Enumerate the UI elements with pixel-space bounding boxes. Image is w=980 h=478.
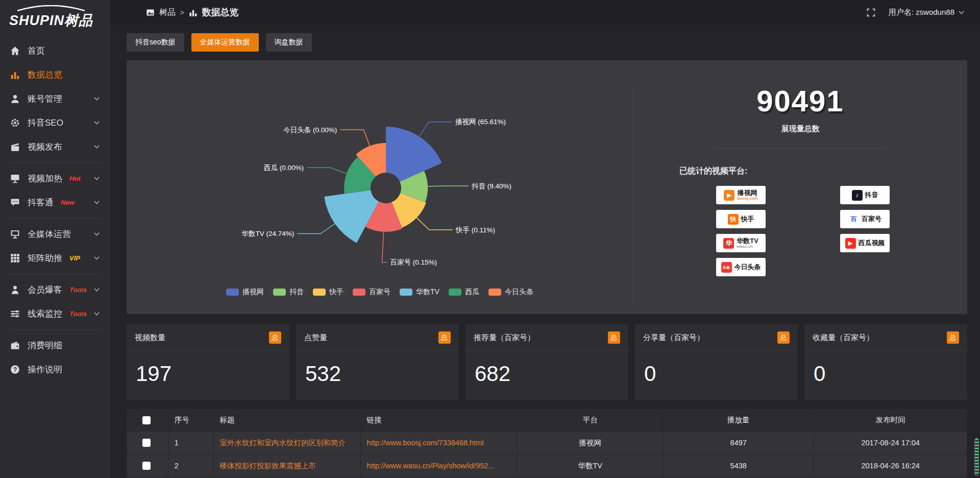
platform-logo-icon: ▶ <box>845 238 856 249</box>
legend-swatch <box>313 289 326 296</box>
sidebar-item-label: 视频发布 <box>28 141 62 153</box>
select-all-checkbox[interactable] <box>142 416 151 424</box>
platforms-title: 已统计的视频平台: <box>679 166 967 177</box>
platform-badge-texts: 西瓜视频 <box>859 240 885 247</box>
topbar-right: 用户名: zswodun88 <box>867 8 965 17</box>
stat-card-1: 点赞量总532 <box>296 324 459 400</box>
sidebar-item-video-publish[interactable]: 视频发布 <box>0 135 110 159</box>
platform-name: 西瓜视频 <box>859 240 885 247</box>
pie-slice-4[interactable] <box>324 190 379 243</box>
platform-column-0: ▶播视网boosj.com快快手华华数TVwasu.cn头条今日头条 <box>716 186 766 276</box>
total-badge: 总 <box>777 331 790 344</box>
sidebar-item-operation-guide[interactable]: ?操作说明 <box>0 357 110 381</box>
sidebar-item-home[interactable]: 首页 <box>0 39 110 63</box>
cell-url-link[interactable]: http://www.boosj.com/7338468.html <box>360 432 518 455</box>
chevron-down-icon <box>93 286 100 293</box>
main-content: 抖音seo数据全媒体运营数据询盘数据 播视网 (65.61%)抖音 (9.40%… <box>110 25 980 478</box>
table-row: 2楼体投影灯投影效果震撼上市http://www.wasu.cn/Play/sh… <box>127 455 967 477</box>
legend-item-1[interactable]: 抖音 <box>273 288 304 297</box>
cell-published: 2017-08-24 17:04 <box>814 432 967 455</box>
legend-item-5[interactable]: 西瓜 <box>449 288 479 297</box>
platform-name: 快手 <box>741 216 754 223</box>
row-checkbox[interactable] <box>142 439 151 447</box>
videos-table: 序号标题链接平台播放量发布时间 1室外水纹灯和室内水纹灯的区别和简介http:/… <box>127 409 967 478</box>
logo-arc <box>15 5 87 11</box>
sliders-icon <box>10 309 20 319</box>
legend-item-4[interactable]: 华数TV <box>400 288 439 297</box>
table-header: 序号标题链接平台播放量发布时间 <box>127 409 967 432</box>
sidebar-item-consumption-detail[interactable]: 消费明细 <box>0 333 110 357</box>
display-icon <box>10 174 20 183</box>
pie-label-line-6 <box>340 130 370 146</box>
tab-inquiry-data[interactable]: 询盘数据 <box>266 33 312 52</box>
platform-column-1: ♪抖音百百家号▶西瓜视频 <box>840 186 890 276</box>
sidebar-item-video-heating[interactable]: 视频加热Hot <box>0 166 110 190</box>
sidebar-item-member-burst[interactable]: 会员爆客Tools <box>0 278 110 302</box>
pie-slice-0[interactable] <box>386 127 442 182</box>
cell-title-link[interactable]: 室外水纹灯和室内水纹灯的区别和简介 <box>213 432 360 455</box>
stat-card-value: 0 <box>635 350 798 386</box>
breadcrumb-current[interactable]: 数据总览 <box>202 6 239 18</box>
platform-badge-texts: 抖音 <box>865 192 878 199</box>
sidebar-item-badge: New <box>61 199 75 206</box>
legend-label: 百家号 <box>369 288 390 297</box>
sidebar-item-doukaotong[interactable]: 抖客通New <box>0 190 110 214</box>
scrollbar-thumb[interactable] <box>974 438 979 476</box>
platform-name: 百家号 <box>862 216 881 223</box>
platform-logo-icon: 百 <box>848 214 859 225</box>
stat-card-4: 收藏量（百家号）总0 <box>804 324 967 400</box>
pie-label-4: 华数TV (24.74%) <box>241 230 294 237</box>
sidebar-item-matrix-boost[interactable]: 矩阵助推VIP <box>0 246 110 270</box>
stat-card-header: 视频数量总 <box>127 324 289 350</box>
platform-sub: wasu.cn <box>737 245 758 249</box>
sidebar-item-label: 消费明细 <box>28 340 62 351</box>
platform-badge-texts: 百家号 <box>862 216 881 223</box>
breadcrumb-separator: > <box>180 9 184 16</box>
cell-published: 2018-04-26 16:24 <box>814 455 967 477</box>
tab-omnimedia-operation-data[interactable]: 全媒体运营数据 <box>191 33 259 52</box>
legend-item-0[interactable]: 播视网 <box>226 288 264 297</box>
pie-label-line-2 <box>416 218 453 230</box>
sidebar-item-label: 会员爆客 <box>28 284 62 296</box>
column-header-2: 链接 <box>360 409 518 432</box>
grid-icon <box>10 253 20 263</box>
fullscreen-icon[interactable] <box>867 8 875 17</box>
sidebar-item-clue-monitor[interactable]: 线索监控Tools <box>0 302 110 326</box>
bar-chart-icon <box>189 8 198 17</box>
breadcrumb-root[interactable]: 树品 <box>159 7 176 18</box>
cell-title-link[interactable]: 楼体投影灯投影效果震撼上市 <box>213 455 360 477</box>
stat-card-value: 682 <box>465 350 628 386</box>
platform-logo-icon: 头条 <box>721 262 732 273</box>
app-logo-text: SHUPIN树品 <box>9 11 110 30</box>
sidebar-item-omni-media-operation[interactable]: 全媒体运营 <box>0 222 110 246</box>
column-header-4: 播放量 <box>663 409 814 432</box>
chevron-down-icon <box>93 119 100 126</box>
sidebar-item-data-overview[interactable]: 数据总览 <box>0 63 110 87</box>
stat-card-label: 点赞量 <box>304 333 327 343</box>
platform-badge-0-2: 华华数TVwasu.cn <box>716 234 766 252</box>
pie-label-line-1 <box>428 186 469 186</box>
cell-url-link[interactable]: http://www.wasu.cn/Play/show/id/952... <box>360 455 518 477</box>
legend-item-2[interactable]: 快手 <box>313 288 344 297</box>
sidebar-divider <box>9 218 101 219</box>
platform-badge-1-2: ▶西瓜视频 <box>840 234 890 252</box>
legend-swatch <box>400 289 412 296</box>
stat-card-0: 视频数量总197 <box>127 324 289 400</box>
sidebar-item-douyin-seo[interactable]: 抖音SEO <box>0 111 110 135</box>
platform-logo-icon: ♪ <box>852 190 863 201</box>
sidebar-item-account-management[interactable]: 账号管理 <box>0 87 110 111</box>
chevron-down-icon <box>93 310 100 317</box>
stat-card-header: 收藏量（百家号）总 <box>804 324 967 350</box>
row-checkbox[interactable] <box>142 462 151 470</box>
chevron-down-icon <box>93 199 100 206</box>
platform-badge-1-1: 百百家号 <box>840 210 890 228</box>
row-checkbox-cell <box>127 432 168 455</box>
svg-text:?: ? <box>13 366 17 373</box>
sidebar-item-label: 数据总览 <box>28 69 62 81</box>
legend-item-6[interactable]: 今日头条 <box>488 288 533 297</box>
legend-item-3[interactable]: 百家号 <box>353 288 390 297</box>
tab-douyin-seo-data[interactable]: 抖音seo数据 <box>127 33 184 52</box>
sidebar-menu: 首页数据总览账号管理抖音SEO视频发布视频加热Hot抖客通New全媒体运营矩阵助… <box>0 39 110 381</box>
chevron-down-icon <box>93 231 100 237</box>
user-menu[interactable]: 用户名: zswodun88 <box>889 8 965 17</box>
